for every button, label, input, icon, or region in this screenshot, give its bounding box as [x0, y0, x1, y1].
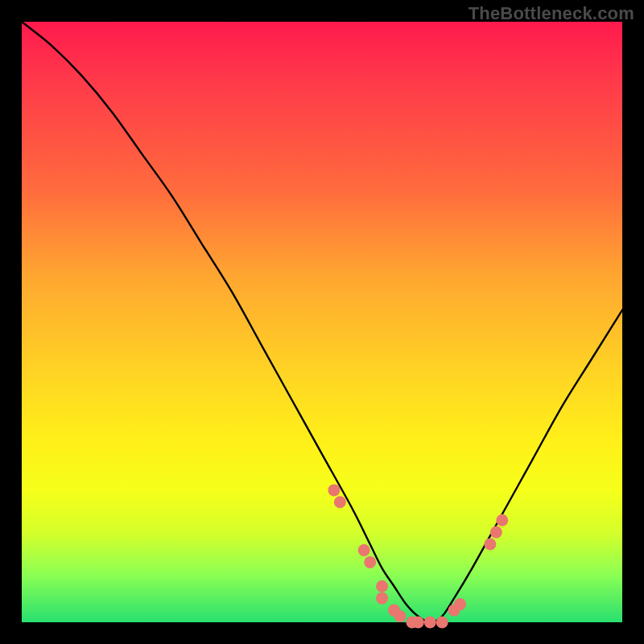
curve-marker: [496, 514, 508, 526]
curve-marker: [358, 544, 370, 556]
curve-marker: [484, 539, 496, 551]
curve-marker: [376, 580, 388, 592]
curve-marker: [328, 484, 340, 496]
curve-marker: [364, 556, 376, 568]
curve-svg: [22, 22, 622, 622]
curve-marker: [490, 526, 502, 539]
curve-markers: [328, 484, 508, 628]
plot-area: [22, 22, 622, 622]
curve-marker: [412, 617, 424, 629]
curve-marker: [454, 598, 466, 610]
curve-marker: [436, 617, 448, 629]
chart-frame: TheBottleneck.com: [0, 0, 644, 644]
bottleneck-curve: [22, 22, 622, 622]
curve-marker: [334, 496, 346, 508]
curve-marker: [376, 592, 388, 605]
curve-marker: [394, 610, 406, 622]
curve-marker: [424, 617, 436, 629]
